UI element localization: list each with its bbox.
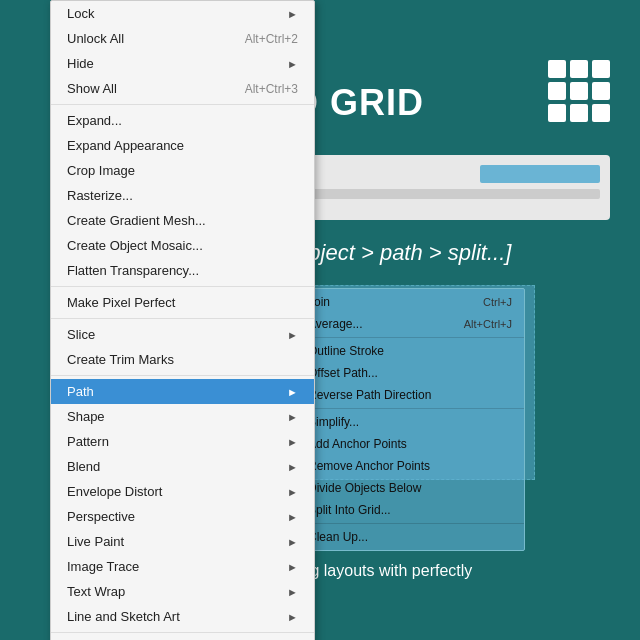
menu-label-shape: Shape — [67, 409, 105, 424]
menu-shortcut-unlock-all: Alt+Ctrl+2 — [245, 32, 298, 46]
menu-item-text-wrap[interactable]: Text Wrap ► — [51, 579, 314, 604]
menu-label-show-all: Show All — [67, 81, 117, 96]
submenu-item-split-grid[interactable]: Split Into Grid... — [296, 499, 524, 521]
arrow-icon-path: ► — [287, 386, 298, 398]
menu-label-image-trace: Image Trace — [67, 559, 139, 574]
arrow-icon-text-wrap: ► — [287, 586, 298, 598]
submenu-label-split-grid: Split Into Grid... — [308, 503, 391, 517]
menu-item-pattern[interactable]: Pattern ► — [51, 429, 314, 454]
menu-item-blend[interactable]: Blend ► — [51, 454, 314, 479]
menu-label-create-object-mosaic: Create Object Mosaic... — [67, 238, 203, 253]
grid-cell — [592, 104, 610, 122]
context-menu: Lock ► Unlock All Alt+Ctrl+2 Hide ► Show… — [50, 0, 315, 640]
arrow-icon-lock: ► — [287, 8, 298, 20]
menu-label-blend: Blend — [67, 459, 100, 474]
submenu-item-reverse[interactable]: Reverse Path Direction — [296, 384, 524, 406]
menu-item-image-trace[interactable]: Image Trace ► — [51, 554, 314, 579]
menu-item-create-gradient-mesh[interactable]: Create Gradient Mesh... — [51, 208, 314, 233]
menu-label-unlock-all: Unlock All — [67, 31, 124, 46]
bottom-text-line1: cing layouts with perfectly — [290, 560, 620, 582]
menu-divider4 — [51, 375, 314, 376]
submenu-label-outline-stroke: Outline Stroke — [308, 344, 384, 358]
menu-label-make-pixel-perfect: Make Pixel Perfect — [67, 295, 175, 310]
bottom-text-line2: rs. — [290, 583, 620, 605]
menu-divider2 — [51, 286, 314, 287]
menu-label-create-gradient-mesh: Create Gradient Mesh... — [67, 213, 206, 228]
submenu-label-clean-up: Clean Up... — [308, 530, 368, 544]
grid-cell — [570, 104, 588, 122]
menu-label-hide: Hide — [67, 56, 94, 71]
menu-item-expand-appearance[interactable]: Expand Appearance — [51, 133, 314, 158]
content-bar — [480, 165, 600, 183]
path-text: [object > path > split...] — [290, 240, 511, 266]
menu-item-flatten-transparency[interactable]: Flatten Transparency... — [51, 258, 314, 283]
submenu-divider3 — [296, 523, 524, 524]
menu-item-make-pixel-perfect[interactable]: Make Pixel Perfect — [51, 290, 314, 315]
submenu-label-remove-anchor: Remove Anchor Points — [308, 459, 430, 473]
submenu-divider2 — [296, 408, 524, 409]
menu-label-live-paint: Live Paint — [67, 534, 124, 549]
submenu-divider — [296, 337, 524, 338]
menu-label-expand-appearance: Expand Appearance — [67, 138, 184, 153]
menu-label-expand: Expand... — [67, 113, 122, 128]
menu-item-lock[interactable]: Lock ► — [51, 1, 314, 26]
grid-cell — [570, 60, 588, 78]
arrow-icon-shape: ► — [287, 411, 298, 423]
menu-label-perspective: Perspective — [67, 509, 135, 524]
submenu-item-average[interactable]: Average... Alt+Ctrl+J — [296, 313, 524, 335]
menu-label-flatten-transparency: Flatten Transparency... — [67, 263, 199, 278]
menu-label-line-sketch-art: Line and Sketch Art — [67, 609, 180, 624]
content-area — [290, 155, 610, 220]
submenu-item-simplify[interactable]: Simplify... — [296, 411, 524, 433]
menu-item-rasterize[interactable]: Rasterize... — [51, 183, 314, 208]
submenu-shortcut-average: Alt+Ctrl+J — [464, 318, 512, 330]
arrow-icon-blend: ► — [287, 461, 298, 473]
menu-item-show-all[interactable]: Show All Alt+Ctrl+3 — [51, 76, 314, 101]
menu-item-path[interactable]: Path ► — [51, 379, 314, 404]
menu-item-shape[interactable]: Shape ► — [51, 404, 314, 429]
path-submenu: Join Ctrl+J Average... Alt+Ctrl+J Outlin… — [295, 288, 525, 551]
menu-item-line-sketch-art[interactable]: Line and Sketch Art ► — [51, 604, 314, 629]
arrow-icon-live-paint: ► — [287, 536, 298, 548]
grid-cell — [592, 82, 610, 100]
menu-label-crop-image: Crop Image — [67, 163, 135, 178]
submenu-item-offset-path[interactable]: Offset Path... — [296, 362, 524, 384]
menu-item-crop-image[interactable]: Crop Image — [51, 158, 314, 183]
menu-item-create-trim-marks[interactable]: Create Trim Marks — [51, 347, 314, 372]
grid-cell — [548, 104, 566, 122]
submenu-item-clean-up[interactable]: Clean Up... — [296, 526, 524, 548]
menu-divider3 — [51, 318, 314, 319]
menu-item-hide[interactable]: Hide ► — [51, 51, 314, 76]
submenu-item-outline-stroke[interactable]: Outline Stroke — [296, 340, 524, 362]
submenu-item-add-anchor[interactable]: Add Anchor Points — [296, 433, 524, 455]
submenu-item-divide-objects[interactable]: Divide Objects Below — [296, 477, 524, 499]
menu-item-unlock-all[interactable]: Unlock All Alt+Ctrl+2 — [51, 26, 314, 51]
menu-label-rasterize: Rasterize... — [67, 188, 133, 203]
bottom-text: cing layouts with perfectly rs. — [290, 560, 620, 605]
arrow-icon-image-trace: ► — [287, 561, 298, 573]
arrow-icon-line-sketch-art: ► — [287, 611, 298, 623]
menu-item-live-paint[interactable]: Live Paint ► — [51, 529, 314, 554]
arrow-icon-slice: ► — [287, 329, 298, 341]
menu-item-envelope-distort[interactable]: Envelope Distort ► — [51, 479, 314, 504]
grid-cell — [592, 60, 610, 78]
grid-icon — [548, 60, 610, 122]
submenu-item-remove-anchor[interactable]: Remove Anchor Points — [296, 455, 524, 477]
menu-item-perspective[interactable]: Perspective ► — [51, 504, 314, 529]
grid-icon-container — [548, 60, 610, 122]
submenu-shortcut-join: Ctrl+J — [483, 296, 512, 308]
submenu-label-simplify: Simplify... — [308, 415, 359, 429]
arrow-icon-hide: ► — [287, 58, 298, 70]
grid-cell — [548, 82, 566, 100]
submenu-item-join[interactable]: Join Ctrl+J — [296, 291, 524, 313]
menu-item-clipping-mask[interactable]: Clipping Mask ► — [51, 636, 314, 640]
menu-divider1 — [51, 104, 314, 105]
menu-label-create-trim-marks: Create Trim Marks — [67, 352, 174, 367]
menu-item-expand[interactable]: Expand... — [51, 108, 314, 133]
menu-item-slice[interactable]: Slice ► — [51, 322, 314, 347]
grid-cell — [570, 82, 588, 100]
menu-label-lock: Lock — [67, 6, 94, 21]
menu-item-create-object-mosaic[interactable]: Create Object Mosaic... — [51, 233, 314, 258]
menu-label-envelope-distort: Envelope Distort — [67, 484, 162, 499]
grid-cell — [548, 60, 566, 78]
